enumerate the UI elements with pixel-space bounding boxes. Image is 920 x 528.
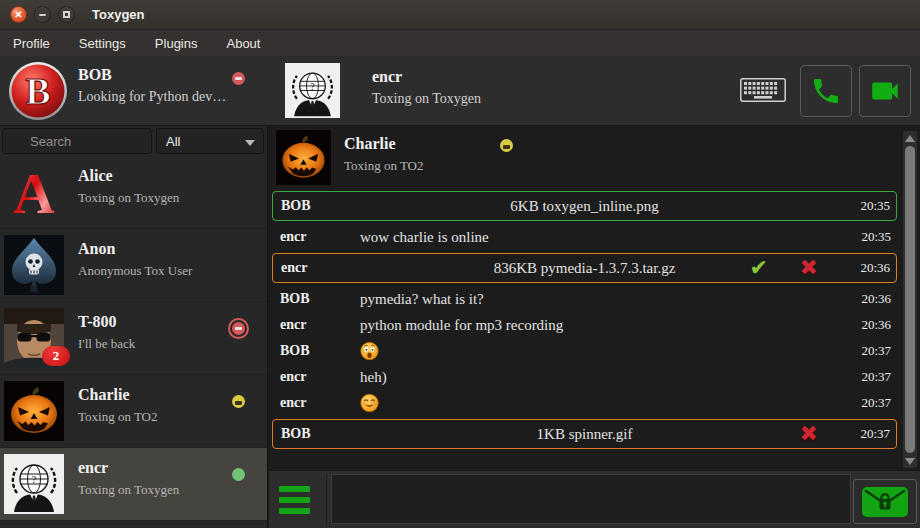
conversation-peer-row: CharlieToxing on TO2 [269,126,920,186]
keyboard-icon[interactable] [740,78,786,106]
scroll-up-arrow[interactable] [903,131,917,145]
header: B BOB Looking for Python dev… ? encr Tox… [0,56,920,126]
contact-status-message: Toxing on Toxygen [78,190,179,206]
contact-avatar [4,381,64,441]
composer [269,470,920,528]
message-sender: BOB [280,291,310,307]
status-away-icon [232,395,245,408]
svg-text:?: ? [32,473,37,485]
peer-status-message: Toxing on TO2 [344,158,424,174]
contacts-panel: All AAliceToxing on Toxygen AnonAnonymou… [0,126,268,528]
message-text: heh) [360,369,387,386]
accept-transfer-button[interactable]: ✔ [750,257,768,279]
file-transfer-label: 1KB spinner.gif [333,426,836,443]
contact-list: AAliceToxing on Toxygen AnonAnonymous To… [0,156,267,521]
message-time: 20:37 [861,369,891,385]
unread-badge: 2 [42,346,70,366]
menu-plugins[interactable]: Plugins [155,36,198,51]
shocked-emoji-icon [360,342,379,361]
window-title: Toxygen [92,7,145,22]
contact-name: T-800 [78,313,117,331]
contact-avatar: ? [4,454,64,514]
self-name: BOB [78,66,112,84]
contact-filter-dropdown[interactable]: All [156,128,264,154]
send-button[interactable] [853,479,917,524]
search-input[interactable] [2,128,152,154]
self-status-busy-icon [232,72,245,85]
chat-peer-status-message: Toxing on Toxygen [372,91,481,107]
message-text: python module for mp3 recording [360,317,563,334]
contact-row-encr[interactable]: ? encrToxing on Toxygen [0,448,267,521]
maximize-icon [63,11,70,18]
video-call-button[interactable] [859,65,911,117]
message-sender: BOB [281,426,311,442]
status-busy-icon [232,322,245,335]
message-time: 20:36 [861,317,891,333]
message-sender: BOB [281,198,311,214]
camera-icon [868,74,902,108]
contact-name: Charlie [78,386,130,404]
cancel-transfer-button[interactable]: ✖ [800,423,818,445]
contact-row-charlie[interactable]: CharlieToxing on TO2 [0,375,267,448]
message-sender: encr [281,260,307,276]
message-list: BOB6KB toxygen_inline.png20:35encrwow ch… [272,188,897,452]
chat-peer-avatar: ? [285,63,340,118]
self-status-message: Looking for Python dev… [78,89,226,105]
contact-name: encr [78,459,108,477]
message-row: BOBpymedia? what is it?20:36 [272,286,897,312]
contact-avatar [4,235,64,295]
minimize-button[interactable] [34,6,51,23]
svg-text:?: ? [310,81,315,92]
message-sender: encr [280,369,306,385]
contact-name: Anon [78,240,115,258]
file-transfer-row: BOB6KB toxygen_inline.png20:35 [272,191,897,221]
smile-emoji-icon [360,394,379,413]
close-button[interactable]: ✕ [10,6,27,23]
contact-row-anon[interactable]: AnonAnonymous Tox User [0,229,267,302]
audio-call-button[interactable] [800,65,852,117]
menu-settings[interactable]: Settings [79,36,126,51]
maximize-button[interactable] [58,6,75,23]
self-avatar[interactable]: B [8,61,68,121]
scroll-down-arrow[interactable] [903,454,917,468]
message-time: 20:35 [860,198,890,214]
file-transfer-row: encr836KB pymedia-1.3.7.3.tar.gz✔✖20:36 [272,253,897,283]
peer-name: Charlie [344,135,396,153]
message-sender: encr [280,395,306,411]
scrollbar[interactable] [903,131,917,468]
message-time: 20:36 [861,291,891,307]
scrollbar-thumb[interactable] [905,146,915,453]
contact-row-t-800[interactable]: T-800I'll be back2 [0,302,267,375]
contact-status-message: Toxing on TO2 [78,409,158,425]
peer-avatar [276,130,331,185]
menu-about[interactable]: About [226,36,260,51]
message-text: pymedia? what is it? [360,291,484,308]
message-sender: BOB [280,343,310,359]
svg-text:A: A [13,162,55,222]
menu-profile[interactable]: Profile [13,36,50,51]
message-row: encrheh)20:37 [272,364,897,390]
menu-bar: Profile Settings Plugins About [0,30,920,56]
message-input[interactable] [331,474,851,524]
contact-row-alice[interactable]: AAliceToxing on Toxygen [0,156,267,229]
svg-text:B: B [25,70,50,112]
minimize-icon [39,14,46,16]
phone-icon [810,75,842,107]
chat-panel: CharlieToxing on TO2 BOB6KB toxygen_inli… [269,126,920,528]
message-time: 20:36 [860,260,890,276]
message-text: wow charlie is online [360,229,489,246]
title-bar: ✕ Toxygen [0,0,920,30]
cancel-transfer-button[interactable]: ✖ [800,257,818,279]
contact-filter-value: All [166,134,180,149]
message-row: BOB 20:37 [272,338,897,364]
status-online-icon [232,468,245,481]
chevron-down-icon [245,140,255,146]
smileys-menu-button[interactable] [270,474,327,525]
status-away-icon [500,139,513,152]
arrow-up-icon [905,135,915,142]
message-sender: encr [280,229,306,245]
message-sender: encr [280,317,306,333]
contact-status-message: Toxing on Toxygen [78,482,179,498]
message-row: encr 20:37 [272,390,897,416]
file-transfer-label: 6KB toxygen_inline.png [333,198,836,215]
